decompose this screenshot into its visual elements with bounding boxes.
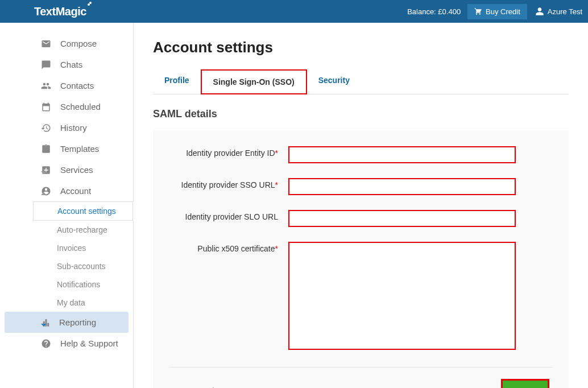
label-entity-id: Identity provider Entity ID* <box>169 146 288 158</box>
sidebar-item-help[interactable]: Help & Support <box>0 333 133 354</box>
tab-sso[interactable]: Single Sign-On (SSO) <box>201 69 307 94</box>
chat-icon <box>41 60 51 70</box>
clipboard-icon <box>41 144 51 154</box>
subitem-my-data[interactable]: My data <box>0 294 133 312</box>
sidebar-item-label: Help & Support <box>60 339 118 348</box>
cart-icon <box>474 7 482 15</box>
logo: TextMagic <box>34 5 86 18</box>
sidebar-item-contacts[interactable]: Contacts <box>0 75 133 96</box>
sidebar-item-chats[interactable]: Chats <box>0 54 133 75</box>
tabs: Profile Single Sign-On (SSO) Security <box>153 69 569 94</box>
top-bar: TextMagic Balance: £0.400 Buy Credit Azu… <box>0 0 588 23</box>
main-content: Account settings Profile Single Sign-On … <box>134 23 588 388</box>
sidebar-item-label: Chats <box>60 60 82 69</box>
user-menu[interactable]: Azure Test <box>535 7 582 16</box>
user-name: Azure Test <box>548 7 582 16</box>
sidebar-item-history[interactable]: History <box>0 117 133 138</box>
sidebar-item-reporting[interactable]: Reporting <box>5 312 129 333</box>
contacts-icon <box>41 81 51 91</box>
label-slo-url: Identity provider SLO URL <box>169 210 288 221</box>
subitem-invoices[interactable]: Invoices <box>0 239 133 257</box>
subitem-notifications[interactable]: Notifications <box>0 275 133 294</box>
help-icon <box>41 339 51 349</box>
save-button[interactable]: Save <box>501 379 549 388</box>
input-entity-id[interactable] <box>288 146 516 163</box>
tab-security[interactable]: Security <box>307 69 361 94</box>
buy-credit-label: Buy Credit <box>486 7 520 16</box>
page-title: Account settings <box>153 39 569 56</box>
compose-icon <box>41 39 51 49</box>
cancel-link[interactable]: Cancel <box>189 386 214 389</box>
saml-form: Identity provider Entity ID* Identity pr… <box>153 130 569 388</box>
sidebar-item-account[interactable]: Account <box>0 180 133 201</box>
history-icon <box>41 123 51 133</box>
sidebar: Compose Chats Contacts Scheduled History… <box>0 23 134 388</box>
sidebar-item-label: Account <box>60 186 91 196</box>
sidebar-item-compose[interactable]: Compose <box>0 33 133 54</box>
balance-text: Balance: £0.400 <box>407 7 461 16</box>
input-slo-url[interactable] <box>288 210 516 227</box>
form-actions: Cancel Save <box>169 367 553 388</box>
sidebar-item-label: Compose <box>60 39 97 48</box>
sidebar-item-label: Templates <box>60 144 99 154</box>
person-icon <box>535 7 544 16</box>
input-sso-url[interactable] <box>288 178 516 195</box>
label-sso-url: Identity provider SSO URL* <box>169 178 288 189</box>
sidebar-item-label: History <box>60 123 87 133</box>
sidebar-item-services[interactable]: Services <box>0 159 133 180</box>
subitem-sub-accounts[interactable]: Sub-accounts <box>0 257 133 275</box>
sidebar-item-templates[interactable]: Templates <box>0 138 133 159</box>
account-submenu: Account settings Auto-recharge Invoices … <box>0 201 133 312</box>
sidebar-item-label: Reporting <box>59 317 96 327</box>
tab-profile[interactable]: Profile <box>153 69 201 94</box>
sidebar-item-scheduled[interactable]: Scheduled <box>0 96 133 117</box>
sidebar-item-label: Services <box>60 165 93 175</box>
section-title: SAML details <box>153 108 569 120</box>
calendar-icon <box>41 102 51 112</box>
label-cert: Public x509 certificate* <box>169 242 288 253</box>
input-cert[interactable] <box>288 242 516 350</box>
sidebar-item-label: Contacts <box>60 81 94 90</box>
subitem-account-settings[interactable]: Account settings <box>33 201 134 221</box>
subitem-auto-recharge[interactable]: Auto-recharge <box>0 221 133 239</box>
sidebar-item-label: Scheduled <box>60 102 101 112</box>
buy-credit-button[interactable]: Buy Credit <box>467 4 527 19</box>
